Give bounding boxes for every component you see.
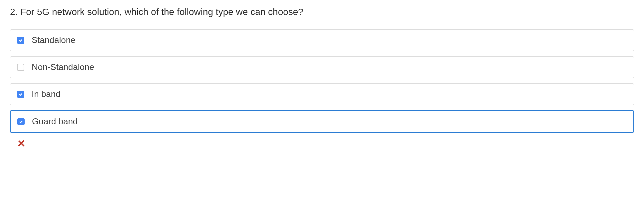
option-standalone[interactable]: Standalone (10, 29, 634, 51)
incorrect-icon (17, 139, 634, 149)
option-label: In band (32, 89, 61, 99)
option-guard-band[interactable]: Guard band (10, 110, 634, 133)
checkbox-icon (17, 37, 24, 44)
question-number: 2. (10, 7, 18, 17)
option-label: Guard band (32, 116, 78, 127)
checkbox-icon (17, 118, 25, 125)
option-non-standalone[interactable]: Non-Standalone (10, 56, 634, 78)
checkbox-icon (17, 91, 24, 98)
option-label: Non-Standalone (32, 62, 94, 72)
option-in-band[interactable]: In band (10, 83, 634, 105)
checkbox-icon (17, 64, 24, 71)
question-body: For 5G network solution, which of the fo… (20, 7, 303, 17)
options-container: Standalone Non-Standalone In band Guard … (10, 29, 634, 133)
question-text: 2. For 5G network solution, which of the… (10, 7, 634, 17)
option-label: Standalone (32, 35, 76, 45)
